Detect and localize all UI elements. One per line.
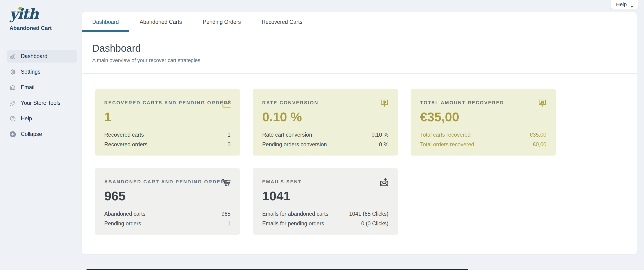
row-label: Recovered carts xyxy=(104,132,144,138)
row-label: Abandoned carts xyxy=(104,211,146,217)
row-label: Pending orders xyxy=(104,220,141,227)
card-title: EMAILS SENT xyxy=(262,179,388,185)
row-label: Total carts recovered xyxy=(420,132,470,138)
sidebar-item-dashboard[interactable]: Dashboard xyxy=(6,50,77,63)
tab-label: Abandoned Carts xyxy=(140,19,182,25)
card-title: RATE CONVERSION xyxy=(262,100,388,106)
card-rows: Total carts recovered €35,00 Total order… xyxy=(420,130,546,149)
row-value: 1 xyxy=(228,220,230,227)
card-rows: Emails for abandoned carts 1041 (65 Clic… xyxy=(262,209,388,229)
row-label: Total orders recovered xyxy=(420,141,474,148)
card-title: ABANDONED CART AND PENDING ORDERS xyxy=(104,179,230,185)
card-total-amount-recovered: TOTAL AMOUNT RECOVERED €35,00 Total cart… xyxy=(411,89,556,155)
tab-abandoned-carts[interactable]: Abandoned Carts xyxy=(129,12,192,32)
caret-down-icon xyxy=(630,3,634,6)
card-title: RECOVERED CARTS AND PENDING ORDERS xyxy=(104,100,230,106)
logo: yith Abandoned Cart xyxy=(10,6,52,31)
card-abandoned-cart-and-pending-orders: ABANDONED CART AND PENDING ORDERS 965 Ab… xyxy=(95,168,240,235)
sidebar-item-label: Help xyxy=(21,115,32,122)
row-value: 1 xyxy=(228,132,230,138)
card-row: Pending orders conversion 0 % xyxy=(262,140,388,149)
card-rate-conversion: RATE CONVERSION 0.10 % Rate cart convers… xyxy=(253,89,398,155)
line-chart-icon xyxy=(221,98,232,109)
card-row: Emails for pending orders 0 (0 Clicks) xyxy=(262,219,388,229)
tab-dashboard[interactable]: Dashboard xyxy=(82,12,129,32)
card-recovered-carts-and-pending-orders: RECOVERED CARTS AND PENDING ORDERS 1 Rec… xyxy=(95,89,240,155)
tab-recovered-carts[interactable]: Recovered Carts xyxy=(251,12,313,32)
card-row: Emails for abandoned carts 1041 (65 Clic… xyxy=(262,209,388,219)
sidebar-item-label: Settings xyxy=(21,69,40,75)
card-value: €35,00 xyxy=(420,110,546,124)
card-rows: Abandoned carts 965 Pending orders 1 xyxy=(104,209,230,229)
row-value: €35,00 xyxy=(530,132,546,138)
sidebar-item-label: Dashboard xyxy=(21,53,48,59)
sidebar-item-label: Your Store Tools xyxy=(21,100,60,106)
card-value: 1041 xyxy=(262,189,388,203)
gear-icon xyxy=(10,69,16,75)
question-circle-icon xyxy=(10,115,16,122)
row-value: 0.10 % xyxy=(372,132,388,138)
page-subtitle: A main overview of your recover cart str… xyxy=(92,57,626,63)
row-label: Emails for abandoned carts xyxy=(262,211,328,217)
row-value: 1041 (65 Clicks) xyxy=(349,211,388,217)
card-rows: Recovered carts 1 Recovered orders 0 xyxy=(104,130,230,149)
row-label: Emails for pending orders xyxy=(262,220,324,227)
help-dropdown-label: Help xyxy=(616,1,627,7)
sidebar: yith Abandoned Cart Dashboard Settings xyxy=(0,0,82,270)
card-row: Total carts recovered €35,00 xyxy=(420,130,546,140)
card-row: Rate cart conversion 0.10 % xyxy=(262,130,388,140)
tab-label: Recovered Carts xyxy=(262,19,302,25)
main-panel: Dashboard Abandoned Carts Pending Orders… xyxy=(82,12,637,255)
card-rows: Rate cart conversion 0.10 % Pending orde… xyxy=(262,130,388,149)
row-value: 0 (0 Clicks) xyxy=(361,220,388,227)
card-row: Pending orders 1 xyxy=(104,219,230,229)
help-dropdown-button[interactable]: Help xyxy=(611,0,639,9)
product-name: Abandoned Cart xyxy=(10,25,52,31)
page-title: Dashboard xyxy=(92,43,626,54)
sidebar-item-collapse[interactable]: Collapse xyxy=(6,128,77,140)
sidebar-item-help[interactable]: Help xyxy=(6,112,77,125)
card-title: TOTAL AMOUNT RECOVERED xyxy=(420,100,546,106)
page-header: Dashboard A main overview of your recove… xyxy=(82,32,637,74)
sidebar-nav: Dashboard Settings Email Your xyxy=(6,50,77,143)
stats-cards-grid: RECOVERED CARTS AND PENDING ORDERS 1 Rec… xyxy=(82,74,637,235)
card-value: 965 xyxy=(104,189,230,203)
row-value: 965 xyxy=(222,211,230,217)
row-value: 0 xyxy=(228,141,230,148)
sidebar-item-your-store-tools[interactable]: Your Store Tools xyxy=(6,97,77,109)
sidebar-item-settings[interactable]: Settings xyxy=(6,66,77,78)
rocket-icon xyxy=(10,100,16,107)
row-label: Rate cart conversion xyxy=(262,132,312,138)
card-row: Total orders recovered €0,00 xyxy=(420,140,546,149)
card-value: 1 xyxy=(104,110,230,124)
tab-bar: Dashboard Abandoned Carts Pending Orders… xyxy=(82,12,637,32)
bottom-edge-bar xyxy=(86,269,468,270)
sidebar-item-label: Email xyxy=(21,84,34,91)
card-row: Recovered orders 0 xyxy=(104,140,230,149)
row-label: Pending orders conversion xyxy=(262,141,327,148)
card-row: Abandoned carts 965 xyxy=(104,209,230,219)
tab-pending-orders[interactable]: Pending Orders xyxy=(192,12,251,32)
card-row: Recovered carts 1 xyxy=(104,130,230,140)
row-value: €0,00 xyxy=(533,141,546,148)
presentation-money-icon xyxy=(537,98,548,109)
collapse-arrow-icon xyxy=(10,131,16,137)
shopping-cart-icon xyxy=(221,177,232,188)
tab-label: Dashboard xyxy=(92,19,119,25)
logo-text: yith xyxy=(10,6,52,22)
row-value: 0 % xyxy=(379,141,388,148)
presentation-pie-icon xyxy=(379,98,390,109)
bar-chart-icon xyxy=(10,53,16,60)
email-sent-icon xyxy=(379,177,390,188)
sidebar-item-label: Collapse xyxy=(21,131,42,137)
tab-label: Pending Orders xyxy=(203,19,241,25)
card-emails-sent: EMAILS SENT 1041 Emails for abandoned ca… xyxy=(253,168,398,235)
row-label: Recovered orders xyxy=(104,141,148,148)
card-value: 0.10 % xyxy=(262,110,388,124)
envelope-icon xyxy=(10,84,16,91)
sidebar-item-email[interactable]: Email xyxy=(6,81,77,94)
